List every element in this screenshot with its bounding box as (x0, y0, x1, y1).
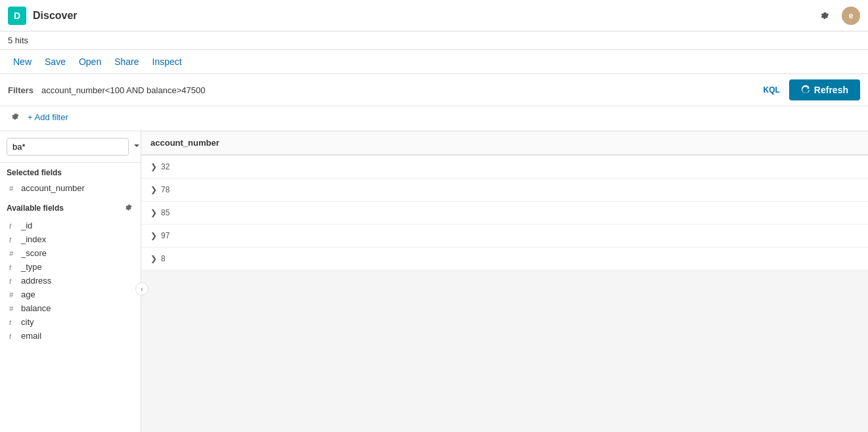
app-logo: D (8, 7, 26, 25)
user-avatar[interactable]: e (842, 7, 860, 25)
available-field-item[interactable]: #_score (7, 246, 134, 260)
field-type-icon: # (9, 184, 17, 192)
new-button[interactable]: New (8, 54, 37, 70)
available-field-item[interactable]: taddress (7, 274, 134, 288)
field-name: address (21, 276, 51, 286)
main-content: Selected fields #account_number Availabl… (0, 131, 868, 432)
row-expand-button[interactable]: ❯97 (141, 225, 868, 247)
filter-bar: Filters KQL Refresh (0, 74, 868, 106)
field-name: _score (21, 248, 47, 258)
row-value: 85 (161, 208, 170, 217)
available-field-item[interactable]: t_index (7, 232, 134, 246)
open-button[interactable]: Open (74, 54, 106, 70)
refresh-button[interactable]: Refresh (789, 79, 860, 100)
selected-fields-list: #account_number (7, 181, 134, 195)
hits-bar: 5 hits (0, 32, 868, 50)
row-value: 97 (161, 231, 170, 240)
available-fields-title: Available fields (7, 204, 64, 213)
app-title: Discover (33, 10, 814, 22)
field-type-icon: # (9, 305, 17, 313)
field-type-icon: t (9, 263, 17, 271)
sidebar: Selected fields #account_number Availabl… (0, 131, 141, 432)
data-wrapper: account_number ❯32❯78❯85❯97❯8 (141, 131, 868, 432)
selected-fields-title: Selected fields (7, 168, 134, 177)
row-value: 32 (161, 162, 170, 171)
available-field-item[interactable]: temail (7, 329, 134, 343)
data-table: account_number ❯32❯78❯85❯97❯8 (141, 131, 868, 270)
action-bar: New Save Open Share Inspect (0, 50, 868, 74)
available-fields-settings-button[interactable] (123, 202, 134, 215)
field-name: age (21, 290, 35, 299)
chevron-right-icon: ❯ (150, 254, 157, 263)
field-name: _id (21, 221, 32, 230)
available-field-item[interactable]: tcity (7, 315, 134, 329)
index-pattern-input[interactable] (7, 138, 129, 156)
field-name: balance (21, 303, 51, 313)
top-bar: D Discover e (0, 0, 868, 32)
available-fields-list: t_idt_index#_scoret_typetaddress#age#bal… (7, 219, 134, 343)
table-row: ❯8 (141, 248, 868, 270)
row-value: 8 (161, 254, 166, 263)
row-expand-button[interactable]: ❯32 (141, 156, 868, 178)
field-name: city (21, 317, 34, 327)
hits-count: 5 (8, 35, 12, 45)
field-type-icon: # (9, 291, 17, 299)
field-type-icon: t (9, 332, 17, 340)
table-column-account-number[interactable]: account_number (141, 131, 868, 155)
table-row: ❯78 (141, 179, 868, 202)
available-field-item[interactable]: t_id (7, 219, 134, 232)
chevron-right-icon: ❯ (150, 185, 157, 194)
table-row: ❯97 (141, 225, 868, 248)
settings-button[interactable] (814, 5, 835, 26)
field-type-icon: t (9, 277, 17, 285)
share-button[interactable]: Share (109, 54, 144, 70)
field-type-icon: t (9, 318, 17, 326)
table-row: ❯32 (141, 155, 868, 179)
available-fields-section: Available fields t_idt_index#_scoret_typ… (0, 198, 141, 432)
available-field-item[interactable]: t_type (7, 260, 134, 274)
collapse-sidebar-button[interactable]: ‹ (135, 282, 148, 295)
filter-label: Filters (8, 85, 34, 95)
field-type-icon: # (9, 249, 17, 257)
field-type-icon: t (9, 236, 17, 244)
row-expand-button[interactable]: ❯85 (141, 202, 868, 224)
field-name: _type (21, 262, 42, 272)
field-name: _index (21, 234, 46, 244)
field-type-icon: t (9, 222, 17, 230)
field-name: email (21, 331, 41, 341)
add-filter-button[interactable]: + Add filter (28, 112, 68, 122)
inspect-button[interactable]: Inspect (147, 54, 187, 70)
chevron-right-icon: ❯ (150, 162, 157, 171)
filter-settings-button[interactable] (8, 109, 22, 125)
save-button[interactable]: Save (39, 54, 71, 70)
table-row: ❯85 (141, 202, 868, 225)
selected-fields-section: Selected fields #account_number (0, 163, 141, 198)
chevron-right-icon: ❯ (150, 208, 157, 217)
data-area: account_number ❯32❯78❯85❯97❯8 (141, 131, 868, 270)
top-bar-right: e (814, 5, 860, 26)
add-filter-bar: + Add filter (0, 106, 868, 131)
hits-label: hits (15, 35, 28, 45)
kql-badge[interactable]: KQL (760, 84, 784, 96)
chevron-right-icon: ❯ (150, 231, 157, 240)
index-selector (0, 131, 141, 163)
index-dropdown-button[interactable] (131, 142, 141, 152)
selected-field-item[interactable]: #account_number (7, 181, 134, 195)
row-expand-button[interactable]: ❯8 (141, 248, 868, 270)
available-fields-header: Available fields (7, 202, 134, 215)
field-name: account_number (21, 183, 85, 193)
row-expand-button[interactable]: ❯78 (141, 179, 868, 201)
filter-input[interactable] (41, 85, 754, 95)
available-field-item[interactable]: #age (7, 288, 134, 301)
row-value: 78 (161, 185, 170, 194)
available-field-item[interactable]: #balance (7, 301, 134, 315)
